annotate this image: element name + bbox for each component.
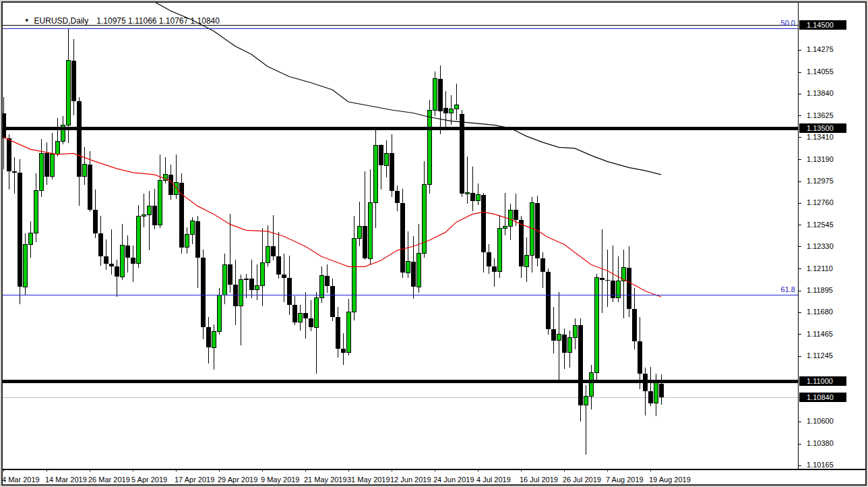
candle-body-bear: [605, 280, 610, 281]
candle-body-bull: [83, 165, 87, 177]
candle-body-bear: [443, 108, 448, 113]
candle-body-bear: [282, 275, 286, 278]
candle-body-bear: [271, 246, 276, 256]
candle-body-bear: [131, 258, 135, 264]
candle-body-bear: [492, 266, 497, 272]
candle-body-bull: [24, 244, 28, 287]
candle-body-bull: [369, 203, 373, 259]
candle-body-bear: [600, 278, 604, 280]
candle-body-bull: [466, 193, 470, 194]
candle-body-bull: [525, 256, 529, 267]
symbol-timeframe-label: EURUSD,Daily: [34, 16, 89, 26]
candle-body-bull: [255, 286, 259, 290]
candle-body-bull: [584, 396, 588, 405]
candle-body-bull: [51, 154, 55, 177]
candle-body-bull: [358, 226, 362, 238]
price-axis[interactable]: [798, 3, 867, 469]
candle-body-bear: [276, 256, 281, 275]
candle-body-bear: [481, 195, 486, 253]
candle-body-bull: [320, 276, 324, 298]
candle-body-bear: [12, 171, 17, 173]
candle-body-bear: [292, 305, 297, 322]
candle-body-bull: [261, 262, 265, 286]
candle-body-bear: [249, 279, 254, 290]
candle-body-bull: [455, 105, 459, 109]
candle-body-bear: [659, 384, 664, 397]
candle-body-bear: [125, 246, 130, 258]
candle-body-bear: [379, 145, 383, 165]
candle-body-bear: [578, 325, 583, 405]
time-axis[interactable]: [3, 469, 798, 486]
candle-body-bull: [315, 298, 319, 328]
candle-body-bull: [239, 280, 243, 306]
candle-body-bear: [638, 341, 642, 374]
candle-body-bear: [562, 335, 567, 353]
candle-body-bear: [395, 191, 400, 203]
candle-body-bear: [438, 79, 443, 111]
candle-body-bear: [201, 258, 206, 327]
candle-body-bull: [352, 238, 356, 312]
candle-body-bull: [245, 279, 249, 280]
candle-body-bull: [40, 153, 44, 191]
candle-body-bear: [330, 286, 335, 318]
candle-body-bull: [595, 278, 599, 373]
candle-body-bull: [503, 226, 507, 228]
candle-body-bull: [428, 110, 432, 185]
candle-body-bull: [266, 246, 270, 262]
candle-body-bull: [56, 141, 60, 154]
chart-header: ▼EURUSD,Daily1.10975 1.11066 1.10767 1.1…: [6, 5, 220, 16]
chart-dropdown-arrow-icon[interactable]: ▼: [24, 18, 30, 24]
candle-body-bear: [77, 101, 82, 177]
candle-body-bear: [519, 220, 524, 266]
candle-body-bull: [406, 262, 410, 273]
candle-body-bear: [411, 262, 416, 287]
chart-canvas[interactable]: ▼EURUSD,Daily1.10975 1.11066 1.10767 1.1…: [3, 3, 865, 484]
candle-body-bear: [627, 268, 631, 310]
candle-body-bear: [363, 226, 367, 258]
candle-body-bear: [228, 264, 232, 285]
candle-body-bear: [98, 233, 103, 257]
fibo-level-label: 50.0: [755, 19, 795, 27]
candle-body-bull: [148, 206, 152, 215]
candle-body-bear: [195, 221, 200, 258]
candle-body-bear: [390, 153, 394, 191]
chart-plot[interactable]: [3, 3, 865, 484]
candle-body-bear: [325, 276, 330, 286]
ma-fast-red: [3, 137, 661, 297]
candle-body-bull: [218, 295, 222, 331]
candle-body-bear: [152, 206, 157, 225]
chart-frame: ▼EURUSD,Daily1.10975 1.11066 1.10767 1.1…: [1, 1, 867, 486]
candle-body-bear: [309, 318, 313, 328]
candle-body-bull: [212, 331, 216, 347]
candle-body-bull: [299, 313, 303, 322]
candle-body-bull: [137, 216, 141, 264]
candle-body-bull: [498, 228, 502, 272]
candle-body-bull: [374, 145, 378, 203]
candle-body-bear: [460, 114, 464, 194]
candle-body-bear: [233, 285, 238, 306]
fibo-level-label: 61.8: [755, 285, 795, 293]
candle-body-bull: [574, 325, 578, 337]
candle-body-bear: [303, 313, 308, 318]
candle-body-bear: [115, 266, 119, 277]
candle-body-bull: [654, 381, 658, 403]
candle-body-bear: [168, 175, 173, 195]
candle-body-bear: [44, 153, 49, 177]
candle-body-bear: [400, 203, 405, 273]
candle-body-bear: [470, 193, 475, 201]
candle-body-bear: [551, 329, 556, 341]
chart-window: ▼EURUSD,Daily1.10975 1.11066 1.10767 1.1…: [0, 0, 868, 487]
candle-body-bear: [71, 61, 76, 101]
candle-body-bull: [185, 234, 189, 248]
candle-body-bull: [29, 233, 33, 245]
candle-body-bear: [18, 173, 22, 287]
candle-body-bull: [347, 312, 351, 353]
candle-body-bear: [632, 309, 637, 341]
candle-body-bear: [206, 327, 211, 347]
candle-body-bull: [142, 215, 146, 217]
candle-body-bear: [88, 165, 92, 210]
candle-body-bull: [223, 264, 227, 295]
candle-body-bull: [450, 109, 454, 113]
candle-body-bear: [648, 391, 653, 403]
candle-body-bear: [546, 272, 551, 330]
